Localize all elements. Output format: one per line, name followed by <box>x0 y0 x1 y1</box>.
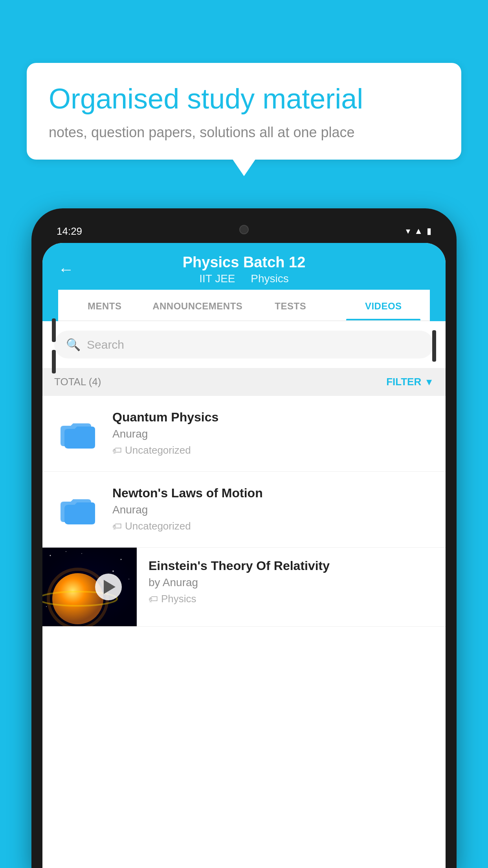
battery-icon: ▮ <box>427 226 431 236</box>
video-list: Quantum Physics Anurag 🏷 Uncategorized <box>42 396 446 627</box>
video-info: Einstein's Theory Of Relativity by Anura… <box>137 548 446 616</box>
subject-iit: IIT JEE <box>199 272 235 285</box>
front-camera <box>239 225 249 234</box>
speech-bubble-subtitle: notes, question papers, solutions all at… <box>49 124 439 141</box>
play-button[interactable] <box>95 574 122 600</box>
phone-screen: ← Physics Batch 12 IIT JEE Physics MENTS… <box>42 243 446 868</box>
list-item[interactable]: Newton's Laws of Motion Anurag 🏷 Uncateg… <box>42 472 446 548</box>
svg-point-9 <box>46 606 47 607</box>
tag-label: Uncategorized <box>125 444 191 456</box>
video-info: Newton's Laws of Motion Anurag 🏷 Uncateg… <box>112 486 434 532</box>
subject-physics: Physics <box>251 272 288 285</box>
tag-icon: 🏷 <box>112 521 122 532</box>
tag-label: Uncategorized <box>125 520 191 532</box>
wifi-icon: ▾ <box>406 226 410 236</box>
back-button[interactable]: ← <box>58 261 74 278</box>
header-top: ← Physics Batch 12 IIT JEE Physics <box>58 254 430 290</box>
filter-button[interactable]: FILTER ▼ <box>386 376 434 388</box>
speech-bubble-headline: Organised study material <box>49 82 439 116</box>
tab-tests[interactable]: TESTS <box>244 290 337 320</box>
list-item[interactable]: Quantum Physics Anurag 🏷 Uncategorized <box>42 396 446 472</box>
video-author: Anurag <box>112 504 434 516</box>
tab-videos[interactable]: VIDEOS <box>337 290 430 320</box>
filter-label: FILTER <box>386 376 421 388</box>
list-item[interactable]: Einstein's Theory Of Relativity by Anura… <box>42 548 446 627</box>
volume-down-button <box>52 350 56 373</box>
video-title: Quantum Physics <box>112 410 434 425</box>
tab-ments[interactable]: MENTS <box>58 290 151 320</box>
video-folder-icon <box>54 486 101 533</box>
status-icons: ▾ ▲ ▮ <box>406 226 431 236</box>
tag-icon: 🏷 <box>112 445 122 456</box>
svg-point-5 <box>66 551 66 552</box>
play-triangle <box>104 580 116 594</box>
video-title: Einstein's Theory Of Relativity <box>149 559 434 573</box>
svg-point-7 <box>128 579 129 579</box>
svg-point-11 <box>52 573 103 624</box>
search-container: 🔍 Search <box>42 321 446 368</box>
svg-point-4 <box>50 555 51 556</box>
filter-row: TOTAL (4) FILTER ▼ <box>42 368 446 396</box>
header-title-block: Physics Batch 12 IIT JEE Physics <box>183 254 306 285</box>
video-info: Quantum Physics Anurag 🏷 Uncategorized <box>112 410 434 456</box>
video-author: by Anurag <box>149 576 434 589</box>
video-tag: 🏷 Physics <box>149 593 434 605</box>
video-thumbnail <box>42 548 137 626</box>
svg-point-6 <box>121 559 122 560</box>
total-count: TOTAL (4) <box>54 376 101 388</box>
tab-bar: MENTS ANNOUNCEMENTS TESTS VIDEOS <box>58 290 430 321</box>
app-header: ← Physics Batch 12 IIT JEE Physics MENTS… <box>42 243 446 321</box>
video-title: Newton's Laws of Motion <box>112 486 434 500</box>
power-button <box>432 330 436 362</box>
search-icon: 🔍 <box>66 338 81 351</box>
tag-label: Physics <box>161 593 196 605</box>
video-folder-icon <box>54 410 101 457</box>
filter-icon: ▼ <box>424 377 434 388</box>
video-tag: 🏷 Uncategorized <box>112 444 434 456</box>
video-tag: 🏷 Uncategorized <box>112 520 434 532</box>
video-author: Anurag <box>112 428 434 440</box>
tag-icon: 🏷 <box>149 594 158 605</box>
header-subtitle: IIT JEE Physics <box>183 272 306 285</box>
status-time: 14:29 <box>57 225 82 237</box>
search-bar[interactable]: 🔍 Search <box>54 331 434 359</box>
tab-announcements[interactable]: ANNOUNCEMENTS <box>151 290 244 320</box>
search-input[interactable]: Search <box>87 338 124 351</box>
speech-bubble: Organised study material notes, question… <box>27 63 461 160</box>
signal-icon: ▲ <box>414 226 423 236</box>
svg-point-10 <box>81 553 82 554</box>
svg-point-8 <box>112 570 114 572</box>
phone-shell: 14:29 ▾ ▲ ▮ ← Physics Batch 12 IIT JEE P… <box>31 208 457 868</box>
batch-title: Physics Batch 12 <box>183 254 306 271</box>
status-bar: 14:29 ▾ ▲ ▮ <box>42 219 446 243</box>
volume-up-button <box>52 318 56 342</box>
